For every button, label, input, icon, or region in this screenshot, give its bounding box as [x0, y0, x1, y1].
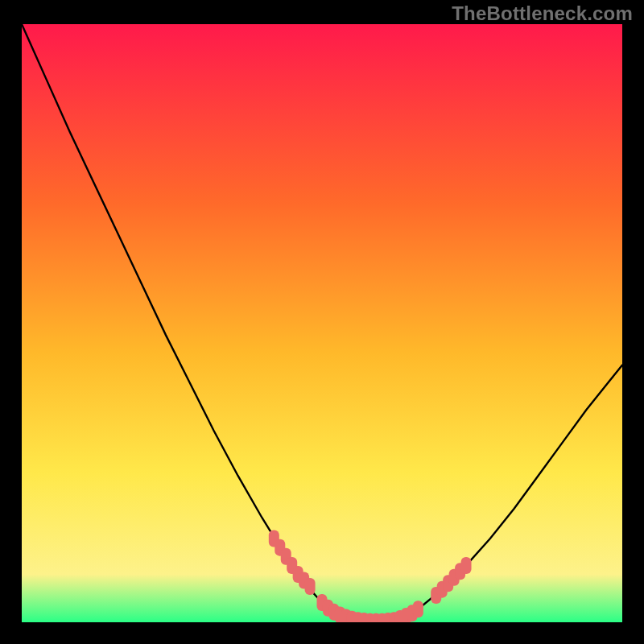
bottleneck-chart [22, 24, 622, 622]
marker-dot [413, 601, 423, 617]
marker-dot [461, 557, 472, 574]
chart-frame: TheBottleneck.com [0, 0, 644, 644]
marker-dot [305, 578, 316, 595]
attribution-text: TheBottleneck.com [452, 2, 633, 25]
gradient-bg [22, 24, 622, 622]
